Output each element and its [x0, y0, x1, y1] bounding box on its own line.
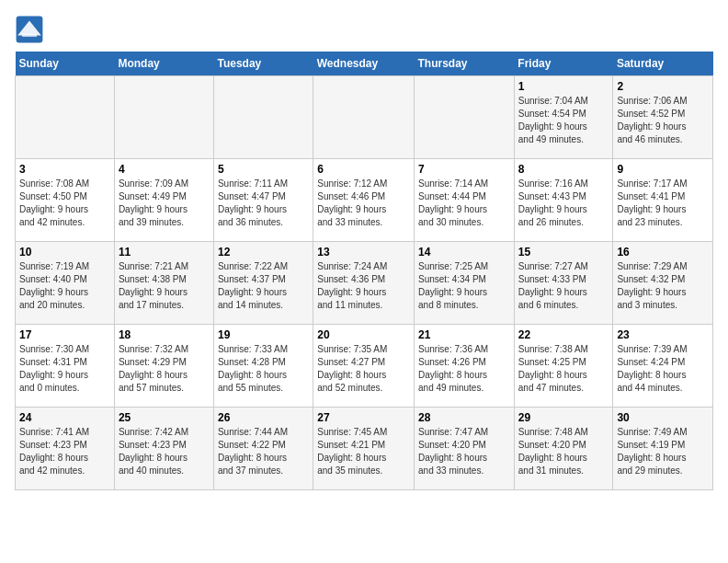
calendar-cell: 19Sunrise: 7:33 AM Sunset: 4:28 PM Dayli…	[213, 325, 313, 408]
calendar-cell: 28Sunrise: 7:47 AM Sunset: 4:20 PM Dayli…	[415, 408, 515, 490]
weekday-header-tuesday: Tuesday	[213, 52, 313, 76]
day-number: 6	[317, 163, 410, 176]
calendar-cell: 29Sunrise: 7:48 AM Sunset: 4:20 PM Dayli…	[514, 408, 613, 490]
calendar-cell: 30Sunrise: 7:49 AM Sunset: 4:19 PM Dayli…	[613, 408, 713, 490]
calendar-cell: 12Sunrise: 7:22 AM Sunset: 4:37 PM Dayli…	[213, 242, 313, 325]
day-number: 1	[518, 80, 609, 93]
day-info: Sunrise: 7:41 AM Sunset: 4:23 PM Dayligh…	[19, 426, 110, 477]
day-info: Sunrise: 7:44 AM Sunset: 4:22 PM Dayligh…	[218, 426, 309, 477]
calendar-cell: 26Sunrise: 7:44 AM Sunset: 4:22 PM Dayli…	[213, 408, 313, 490]
weekday-header-sunday: Sunday	[16, 52, 115, 76]
day-number: 28	[418, 411, 510, 424]
calendar-week-1: 1Sunrise: 7:04 AM Sunset: 4:54 PM Daylig…	[16, 76, 713, 159]
calendar-table: SundayMondayTuesdayWednesdayThursdayFrid…	[15, 52, 713, 490]
day-info: Sunrise: 7:22 AM Sunset: 4:37 PM Dayligh…	[218, 260, 309, 312]
weekday-header-row: SundayMondayTuesdayWednesdayThursdayFrid…	[16, 52, 713, 76]
calendar-cell: 10Sunrise: 7:19 AM Sunset: 4:40 PM Dayli…	[16, 242, 115, 325]
calendar-cell: 20Sunrise: 7:35 AM Sunset: 4:27 PM Dayli…	[313, 325, 415, 408]
day-number: 10	[19, 246, 110, 259]
day-info: Sunrise: 7:25 AM Sunset: 4:34 PM Dayligh…	[418, 260, 510, 312]
calendar-cell: 18Sunrise: 7:32 AM Sunset: 4:29 PM Dayli…	[114, 325, 213, 408]
day-number: 26	[218, 411, 309, 424]
day-info: Sunrise: 7:09 AM Sunset: 4:49 PM Dayligh…	[119, 178, 210, 229]
day-info: Sunrise: 7:08 AM Sunset: 4:50 PM Dayligh…	[19, 178, 110, 229]
day-info: Sunrise: 7:35 AM Sunset: 4:27 PM Dayligh…	[317, 343, 410, 395]
day-info: Sunrise: 7:47 AM Sunset: 4:20 PM Dayligh…	[418, 426, 510, 477]
day-number: 17	[19, 328, 110, 341]
day-info: Sunrise: 7:12 AM Sunset: 4:46 PM Dayligh…	[317, 178, 410, 229]
calendar-cell: 23Sunrise: 7:39 AM Sunset: 4:24 PM Dayli…	[613, 325, 713, 408]
day-info: Sunrise: 7:30 AM Sunset: 4:31 PM Dayligh…	[19, 343, 110, 395]
calendar-cell	[415, 76, 515, 159]
day-number: 12	[218, 246, 309, 259]
day-info: Sunrise: 7:36 AM Sunset: 4:26 PM Dayligh…	[418, 343, 510, 395]
calendar-cell: 3Sunrise: 7:08 AM Sunset: 4:50 PM Daylig…	[16, 159, 115, 242]
weekday-header-saturday: Saturday	[613, 52, 713, 76]
calendar-cell: 22Sunrise: 7:38 AM Sunset: 4:25 PM Dayli…	[514, 325, 613, 408]
calendar-cell: 15Sunrise: 7:27 AM Sunset: 4:33 PM Dayli…	[514, 242, 613, 325]
weekday-header-wednesday: Wednesday	[313, 52, 415, 76]
calendar-header: SundayMondayTuesdayWednesdayThursdayFrid…	[16, 52, 713, 76]
calendar-cell: 9Sunrise: 7:17 AM Sunset: 4:41 PM Daylig…	[613, 159, 713, 242]
day-number: 8	[518, 163, 609, 176]
logo-icon	[15, 15, 44, 44]
day-info: Sunrise: 7:16 AM Sunset: 4:43 PM Dayligh…	[518, 178, 609, 229]
day-number: 20	[317, 328, 410, 341]
svg-rect-2	[22, 34, 37, 37]
calendar-cell: 6Sunrise: 7:12 AM Sunset: 4:46 PM Daylig…	[313, 159, 415, 242]
calendar-cell: 4Sunrise: 7:09 AM Sunset: 4:49 PM Daylig…	[114, 159, 213, 242]
logo	[15, 15, 48, 44]
day-info: Sunrise: 7:04 AM Sunset: 4:54 PM Dayligh…	[518, 95, 609, 146]
calendar-week-2: 3Sunrise: 7:08 AM Sunset: 4:50 PM Daylig…	[16, 159, 713, 242]
day-info: Sunrise: 7:48 AM Sunset: 4:20 PM Dayligh…	[518, 426, 609, 477]
calendar-cell: 2Sunrise: 7:06 AM Sunset: 4:52 PM Daylig…	[613, 76, 713, 159]
calendar-cell: 21Sunrise: 7:36 AM Sunset: 4:26 PM Dayli…	[415, 325, 515, 408]
day-number: 9	[617, 163, 709, 176]
day-number: 27	[317, 411, 410, 424]
day-info: Sunrise: 7:17 AM Sunset: 4:41 PM Dayligh…	[617, 178, 709, 229]
day-number: 23	[617, 328, 709, 341]
day-info: Sunrise: 7:21 AM Sunset: 4:38 PM Dayligh…	[119, 260, 210, 312]
calendar-cell	[213, 76, 313, 159]
weekday-header-thursday: Thursday	[415, 52, 515, 76]
day-number: 29	[518, 411, 609, 424]
day-number: 15	[518, 246, 609, 259]
page-header	[15, 15, 713, 44]
day-number: 14	[418, 246, 510, 259]
day-info: Sunrise: 7:42 AM Sunset: 4:23 PM Dayligh…	[119, 426, 210, 477]
calendar-cell: 1Sunrise: 7:04 AM Sunset: 4:54 PM Daylig…	[514, 76, 613, 159]
weekday-header-monday: Monday	[114, 52, 213, 76]
day-number: 3	[19, 163, 110, 176]
calendar-body: 1Sunrise: 7:04 AM Sunset: 4:54 PM Daylig…	[16, 76, 713, 490]
day-number: 18	[119, 328, 210, 341]
day-info: Sunrise: 7:45 AM Sunset: 4:21 PM Dayligh…	[317, 426, 410, 477]
day-info: Sunrise: 7:49 AM Sunset: 4:19 PM Dayligh…	[617, 426, 709, 477]
calendar-week-5: 24Sunrise: 7:41 AM Sunset: 4:23 PM Dayli…	[16, 408, 713, 490]
day-info: Sunrise: 7:11 AM Sunset: 4:47 PM Dayligh…	[218, 178, 309, 229]
calendar-cell: 8Sunrise: 7:16 AM Sunset: 4:43 PM Daylig…	[514, 159, 613, 242]
calendar-week-4: 17Sunrise: 7:30 AM Sunset: 4:31 PM Dayli…	[16, 325, 713, 408]
calendar-cell: 24Sunrise: 7:41 AM Sunset: 4:23 PM Dayli…	[16, 408, 115, 490]
calendar-cell	[114, 76, 213, 159]
day-info: Sunrise: 7:19 AM Sunset: 4:40 PM Dayligh…	[19, 260, 110, 312]
day-info: Sunrise: 7:24 AM Sunset: 4:36 PM Dayligh…	[317, 260, 410, 312]
calendar-week-3: 10Sunrise: 7:19 AM Sunset: 4:40 PM Dayli…	[16, 242, 713, 325]
day-number: 19	[218, 328, 309, 341]
calendar-cell: 11Sunrise: 7:21 AM Sunset: 4:38 PM Dayli…	[114, 242, 213, 325]
calendar-cell: 16Sunrise: 7:29 AM Sunset: 4:32 PM Dayli…	[613, 242, 713, 325]
day-info: Sunrise: 7:38 AM Sunset: 4:25 PM Dayligh…	[518, 343, 609, 395]
calendar-cell	[16, 76, 115, 159]
calendar-cell: 7Sunrise: 7:14 AM Sunset: 4:44 PM Daylig…	[415, 159, 515, 242]
day-info: Sunrise: 7:39 AM Sunset: 4:24 PM Dayligh…	[617, 343, 709, 395]
day-info: Sunrise: 7:27 AM Sunset: 4:33 PM Dayligh…	[518, 260, 609, 312]
day-number: 22	[518, 328, 609, 341]
calendar-cell: 27Sunrise: 7:45 AM Sunset: 4:21 PM Dayli…	[313, 408, 415, 490]
calendar-cell: 17Sunrise: 7:30 AM Sunset: 4:31 PM Dayli…	[16, 325, 115, 408]
day-number: 7	[418, 163, 510, 176]
weekday-header-friday: Friday	[514, 52, 613, 76]
day-number: 25	[119, 411, 210, 424]
day-number: 2	[617, 80, 709, 93]
calendar-cell: 14Sunrise: 7:25 AM Sunset: 4:34 PM Dayli…	[415, 242, 515, 325]
day-info: Sunrise: 7:32 AM Sunset: 4:29 PM Dayligh…	[119, 343, 210, 395]
day-number: 16	[617, 246, 709, 259]
